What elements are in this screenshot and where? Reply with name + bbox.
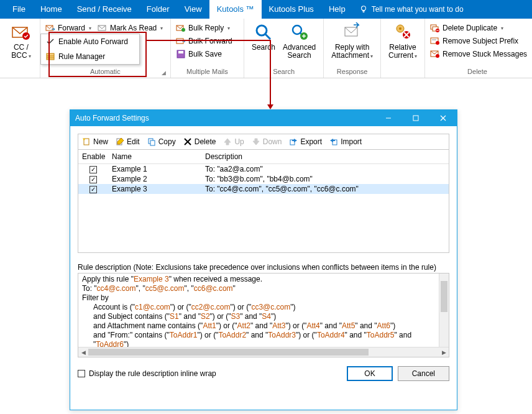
forward-dropdown: Enable Auto Forward Rule Manager: [40, 34, 140, 65]
minimize-button[interactable]: [375, 110, 402, 126]
remove-prefix-button[interactable]: Remove Subject Prefix: [429, 35, 528, 47]
row-desc: To: "cc4@c.com", "cc5@c.com", "cc6@c.com…: [201, 185, 449, 193]
chevron-down-icon: ▾: [160, 25, 163, 31]
maximize-button[interactable]: [402, 110, 429, 126]
rule-manager-label: Rule Manager: [58, 52, 105, 61]
ccbcc-button[interactable]: CC / BCC▾: [6, 20, 36, 60]
remove-stuck-button[interactable]: Remove Stuck Messages: [429, 48, 528, 60]
row-desc: To: "bb3@b.com", "bb4@b.com": [201, 175, 449, 183]
table-row[interactable]: ✓Example 3To: "cc4@c.com", "cc5@c.com", …: [78, 184, 449, 194]
copy-button[interactable]: Copy: [147, 137, 176, 146]
tab-home[interactable]: Home: [33, 0, 70, 19]
relative-current-button[interactable]: Relative Current▾: [385, 20, 421, 60]
delete-label: Delete: [195, 137, 216, 146]
bulk-forward-icon: [176, 36, 186, 46]
col-name[interactable]: Name: [108, 150, 201, 163]
import-icon: [329, 137, 338, 146]
delete-duplicate-icon: [430, 23, 440, 33]
reply-with-attachment-button[interactable]: Reply with Attachment▾: [328, 20, 377, 60]
maximize-icon: [413, 115, 419, 121]
forward-button[interactable]: Forward ▾: [44, 22, 93, 34]
bulk-forward-button[interactable]: Bulk Forward: [175, 35, 234, 47]
row-checkbox[interactable]: ✓: [89, 176, 97, 183]
forward-label: Forward: [58, 24, 85, 32]
bulk-save-button[interactable]: Bulk Save: [175, 48, 234, 60]
close-icon: [440, 115, 446, 121]
relative-current-icon: [393, 22, 413, 42]
group-label-relative: [385, 68, 421, 78]
chevron-down-icon: ▾: [415, 53, 417, 59]
svg-marker-45: [253, 139, 259, 145]
scrollbar-thumb[interactable]: [441, 281, 447, 312]
tab-send-receive[interactable]: Send / Receive: [70, 0, 139, 19]
col-enable[interactable]: Enable: [78, 150, 108, 163]
delete-duplicate-label: Delete Duplicate: [443, 24, 497, 32]
tab-kutools[interactable]: Kutools ™: [209, 0, 262, 19]
ok-button[interactable]: OK: [347, 366, 392, 381]
delete-duplicate-button[interactable]: Delete Duplicate ▾: [429, 22, 528, 34]
vertical-scrollbar[interactable]: [439, 274, 449, 347]
scroll-left-icon[interactable]: ◀: [78, 347, 88, 357]
close-button[interactable]: [429, 110, 457, 126]
remove-stuck-icon: [430, 49, 440, 59]
svg-rect-34: [413, 116, 418, 121]
down-button[interactable]: Down: [252, 137, 282, 146]
up-button[interactable]: Up: [223, 137, 244, 146]
rule-description-caption: Rule description (Note: Exclusions take …: [78, 263, 449, 272]
svg-point-9: [181, 28, 185, 32]
cancel-button[interactable]: Cancel: [398, 366, 449, 381]
advanced-search-label: Advanced Search: [283, 44, 316, 60]
svg-rect-12: [178, 51, 183, 53]
import-button[interactable]: Import: [329, 137, 362, 146]
search-button[interactable]: Search: [248, 20, 279, 52]
col-description[interactable]: Description: [201, 150, 449, 163]
group-label-delete: Delete: [429, 68, 526, 78]
enable-auto-forward-menuitem[interactable]: Enable Auto Forward: [41, 34, 139, 49]
row-checkbox[interactable]: ✓: [89, 186, 97, 193]
group-label-search: Search: [248, 68, 319, 78]
svg-point-15: [293, 25, 301, 34]
tab-view[interactable]: View: [177, 0, 209, 19]
group-label-ccbcc: [6, 68, 36, 78]
display-inline-checkbox[interactable]: [78, 370, 85, 377]
tab-file[interactable]: File: [5, 0, 33, 19]
row-checkbox[interactable]: ✓: [89, 166, 97, 173]
tab-kutools-plus[interactable]: Kutools Plus: [262, 0, 321, 19]
group-launcher-automatic[interactable]: ◢: [162, 70, 169, 77]
up-label: Up: [234, 137, 244, 146]
scrollbar-thumb[interactable]: [88, 349, 369, 356]
row-name: Example 1: [108, 165, 201, 173]
bulk-reply-icon: [176, 23, 186, 33]
delete-icon: [183, 137, 192, 146]
export-button[interactable]: Export: [289, 137, 322, 146]
bulk-reply-label: Bulk Reply: [188, 24, 224, 32]
advanced-search-button[interactable]: Advanced Search: [279, 20, 319, 60]
mark-as-read-label: Mark As Read: [110, 24, 157, 32]
auto-forward-dialog: Auto Forward Settings New Edit Copy Dele…: [70, 109, 457, 410]
edit-button[interactable]: Edit: [116, 137, 140, 146]
minimize-icon: [385, 115, 392, 121]
dialog-toolbar: New Edit Copy Delete Up Down Export Impo…: [78, 134, 449, 150]
horizontal-scrollbar[interactable]: ◀ ▶: [78, 347, 449, 357]
tab-folder[interactable]: Folder: [139, 0, 177, 19]
tell-me[interactable]: Tell me what you want to do: [359, 0, 464, 19]
svg-point-0: [361, 6, 365, 11]
rule-manager-icon: [46, 52, 55, 61]
tab-help[interactable]: Help: [321, 0, 353, 19]
mark-as-read-button[interactable]: Mark As Read ▾: [96, 22, 164, 34]
svg-point-30: [436, 41, 439, 45]
scroll-right-icon[interactable]: ▶: [439, 347, 449, 357]
bulk-reply-button[interactable]: Bulk Reply ▾: [175, 22, 234, 34]
delete-button[interactable]: Delete: [183, 137, 216, 146]
rule-manager-menuitem[interactable]: Rule Manager: [41, 49, 139, 64]
dialog-footer: Display the rule description inline wrap…: [78, 366, 449, 381]
table-row[interactable]: ✓Example 2To: "bb3@b.com", "bb4@b.com": [78, 174, 449, 184]
new-button[interactable]: New: [82, 137, 108, 146]
dialog-title: Auto Forward Settings: [75, 114, 149, 122]
table-row[interactable]: ✓Example 1To: "aa2@a.com": [78, 164, 449, 174]
arrow-connector: [147, 40, 271, 41]
svg-line-14: [265, 34, 270, 39]
new-label: New: [93, 137, 108, 146]
svg-point-32: [436, 54, 439, 58]
chevron-down-icon: ▾: [29, 53, 31, 59]
